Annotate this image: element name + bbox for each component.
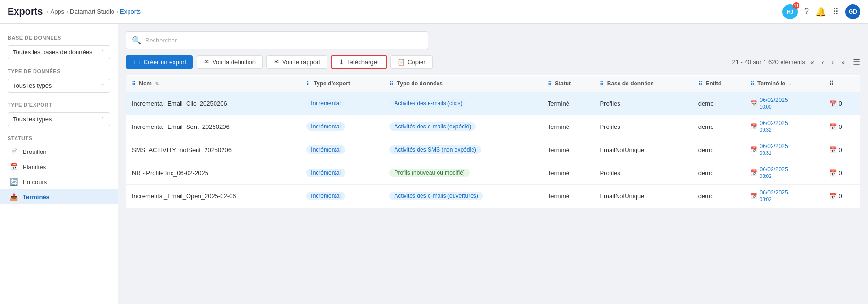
table-row[interactable]: Incremental_Email_Clic_20250206 Incrémen… bbox=[126, 92, 860, 115]
help-icon[interactable]: ? bbox=[804, 7, 809, 17]
col-nom[interactable]: ⠿ Nom ⇅ bbox=[126, 76, 301, 92]
cell-termine-le: 📅 06/02/202508:02 bbox=[745, 185, 824, 208]
layout: BASE DE DONNÉES Toutes les bases de donn… bbox=[0, 24, 868, 304]
grid-icon[interactable]: ⠿ bbox=[833, 7, 839, 17]
cell-entite: demo bbox=[693, 185, 745, 208]
sidebar-item-termines[interactable]: 📥 Terminés bbox=[0, 189, 118, 204]
voir-definition-button[interactable]: 👁 Voir la définition bbox=[197, 55, 263, 69]
create-export-button[interactable]: + + Créer un export bbox=[126, 55, 193, 69]
cell-entite: demo bbox=[693, 138, 745, 161]
calendar-icon: 📅 bbox=[750, 169, 757, 176]
calendar-icon: 📅 bbox=[750, 146, 757, 153]
breadcrumb-datamart[interactable]: Datamart Studio bbox=[70, 8, 114, 15]
cell-extra: 📅 0 bbox=[824, 115, 860, 138]
cell-statut: Terminé bbox=[542, 185, 594, 208]
col-sort-icon-6: ⠿ bbox=[698, 81, 702, 86]
cell-entite: demo bbox=[693, 115, 745, 138]
calendar-icon: 📅 bbox=[750, 100, 757, 107]
col-termine-le[interactable]: ⠿ Terminé le ↓ bbox=[745, 76, 824, 92]
sidebar-item-label: Terminés bbox=[23, 194, 50, 201]
col-actions: ⠿ bbox=[824, 76, 860, 92]
user-avatar[interactable]: GD bbox=[845, 4, 860, 19]
sidebar-section-type-export: TYPE D'EXPORT bbox=[0, 98, 118, 110]
copy-icon: 📋 bbox=[397, 59, 405, 66]
cell-nom: Incremental_Email_Open_2025-02-06 bbox=[126, 185, 301, 208]
copier-button[interactable]: 📋 Copier bbox=[390, 55, 432, 69]
list-view-button[interactable]: ☰ bbox=[853, 57, 860, 68]
col-sort-icon-7: ⠿ bbox=[750, 81, 754, 86]
search-input[interactable] bbox=[145, 37, 422, 44]
sidebar-section-type-donnees: TYPE DE DONNÉES bbox=[0, 65, 118, 77]
col-base-donnees[interactable]: ⠿ Base de données bbox=[594, 76, 692, 92]
toolbar: + + Créer un export 👁 Voir la définition… bbox=[126, 55, 860, 69]
pagination-next-button[interactable]: › bbox=[829, 58, 836, 67]
sidebar-dropdown-type-export[interactable]: Tous les types ⌃ bbox=[8, 112, 110, 126]
cell-nom: Incremental_Email_Sent_20250206 bbox=[126, 115, 301, 138]
notification-icon[interactable]: 🔔 bbox=[816, 7, 826, 17]
eye-icon-rapport: 👁 bbox=[274, 59, 280, 66]
col-sort-icon-3: ⠿ bbox=[389, 81, 393, 86]
cell-base-donnees: Profiles bbox=[594, 115, 692, 138]
running-icon: 🔄 bbox=[9, 178, 18, 186]
col-sort-icon-2: ⠿ bbox=[306, 81, 310, 86]
sidebar-item-label: En cours bbox=[23, 178, 47, 186]
table-row[interactable]: Incremental_Email_Open_2025-02-06 Incrém… bbox=[126, 185, 860, 208]
cell-type-donnees: Activités des e-mails (ouvertures) bbox=[384, 185, 541, 208]
pagination-first-button[interactable]: « bbox=[808, 58, 816, 67]
plus-icon: + bbox=[132, 59, 136, 66]
cell-nom: Incremental_Email_Clic_20250206 bbox=[126, 92, 301, 115]
pagination-last-button[interactable]: » bbox=[839, 58, 847, 67]
draft-icon: 📄 bbox=[9, 148, 18, 155]
cell-base-donnees: EmailNotUnique bbox=[594, 185, 692, 208]
telecharger-button[interactable]: ⬇ Télécharger bbox=[331, 55, 387, 69]
cell-type-donnees: Activités des SMS (non expédié) bbox=[384, 138, 541, 161]
chevron-down-icon-2: ⌃ bbox=[100, 83, 105, 89]
col-statut[interactable]: ⠿ Statut bbox=[542, 76, 594, 92]
cell-termine-le: 📅 06/02/202508:02 bbox=[745, 161, 824, 185]
cell-entite: demo bbox=[693, 92, 745, 115]
exports-table: ⠿ Nom ⇅ ⠿ Type d'export ⠿ Type de donnée… bbox=[126, 75, 860, 208]
sidebar-dropdown-type-donnees[interactable]: Tous les types ⌃ bbox=[8, 79, 110, 93]
top-header: Exports › Apps › Datamart Studio › Expor… bbox=[0, 0, 868, 24]
table-row[interactable]: SMS_ACTIVITY_notSent_20250206 Incrémenta… bbox=[126, 138, 860, 161]
col-sort-icon: ⠿ bbox=[132, 81, 136, 86]
cell-entite: demo bbox=[693, 161, 745, 185]
col-sort-icon-4: ⠿ bbox=[548, 81, 551, 86]
table-row[interactable]: Incremental_Email_Sent_20250206 Incrémen… bbox=[126, 115, 860, 138]
breadcrumb: › Apps › Datamart Studio › Exports bbox=[46, 8, 141, 15]
voir-rapport-button[interactable]: 👁 Voir le rapport bbox=[266, 55, 327, 69]
breadcrumb-apps[interactable]: Apps bbox=[50, 8, 64, 15]
cell-base-donnees: EmailNotUnique bbox=[594, 138, 692, 161]
chevron-down-icon: ⌃ bbox=[100, 49, 105, 56]
cell-base-donnees: Profiles bbox=[594, 92, 692, 115]
cell-type-donnees: Activités des e-mails (expédié) bbox=[384, 115, 541, 138]
cell-type-export: Incrémental bbox=[301, 138, 384, 161]
col-sort-icon-5: ⠿ bbox=[600, 81, 603, 86]
sidebar-section-statuts: STATUTS bbox=[0, 132, 118, 144]
sidebar-dropdown-base[interactable]: Toutes les bases de données ⌃ bbox=[8, 45, 110, 59]
pagination-prev-button[interactable]: ‹ bbox=[819, 58, 826, 67]
calendar-icon: 📅 bbox=[750, 123, 757, 130]
cell-termine-le: 📅 06/02/202510:00 bbox=[745, 92, 824, 115]
search-icon: 🔍 bbox=[132, 36, 141, 45]
cell-base-donnees: Profiles bbox=[594, 161, 692, 185]
cell-type-export: Incrémental bbox=[301, 161, 384, 185]
cell-termine-le: 📅 06/02/202509:32 bbox=[745, 115, 824, 138]
sidebar-item-label: Planifiés bbox=[23, 163, 46, 170]
col-entite[interactable]: ⠿ Entité bbox=[693, 76, 745, 92]
sort-arrows-nom: ⇅ bbox=[155, 81, 159, 86]
sidebar-item-brouillon[interactable]: 📄 Brouillon bbox=[0, 144, 118, 159]
main-content: 🔍 + + Créer un export 👁 Voir la définiti… bbox=[118, 24, 868, 304]
sidebar-item-en-cours[interactable]: 🔄 En cours bbox=[0, 174, 118, 189]
col-type-donnees[interactable]: ⠿ Type de données bbox=[384, 76, 541, 92]
search-bar: 🔍 bbox=[126, 31, 428, 49]
eye-icon-definition: 👁 bbox=[204, 59, 210, 66]
table-row[interactable]: NR - Profile Inc_06-02-2025 Incrémental … bbox=[126, 161, 860, 185]
col-type-export[interactable]: ⠿ Type d'export bbox=[301, 76, 384, 92]
support-avatar[interactable]: HJ 11 bbox=[782, 4, 798, 19]
scheduled-icon: 📅 bbox=[9, 163, 18, 170]
sidebar-item-planifies[interactable]: 📅 Planifiés bbox=[0, 159, 118, 174]
cell-extra: 📅 0 bbox=[824, 185, 860, 208]
sidebar-item-label: Brouillon bbox=[23, 148, 47, 155]
cell-statut: Terminé bbox=[542, 92, 594, 115]
